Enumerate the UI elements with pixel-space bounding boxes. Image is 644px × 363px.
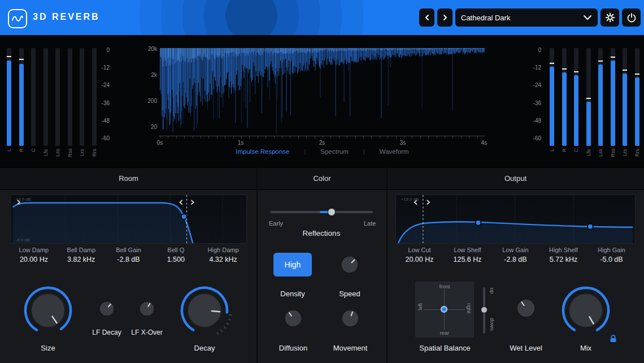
- power-button[interactable]: [622, 8, 641, 27]
- channel-label: Lfe: [586, 149, 593, 169]
- output-eq-display[interactable]: +18.0 dB: [395, 195, 636, 244]
- param-low-cut[interactable]: Low Cut 20.00 Hz: [395, 247, 443, 263]
- wet-level-knob[interactable]: [512, 295, 539, 322]
- mix-knob[interactable]: [559, 283, 613, 338]
- eq-control-point[interactable]: [181, 214, 187, 219]
- header-controls: Cathedral Dark: [419, 8, 641, 27]
- diffusion-knob[interactable]: [281, 306, 306, 331]
- left-label: left: [417, 303, 423, 310]
- eq-max-db-label: +18.0 dB: [401, 197, 419, 202]
- room-eq-display[interactable]: +9.0 dB -9.0 dB: [10, 195, 247, 244]
- diffusion-label: Diffusion: [266, 344, 320, 352]
- spatial-balance-handle[interactable]: [441, 306, 447, 313]
- band-next-icon[interactable]: [191, 200, 193, 205]
- lf-decay-knob[interactable]: [97, 299, 117, 319]
- density-label: Density: [266, 289, 320, 298]
- param-low-damp[interactable]: Low Damp 20.00 Hz: [10, 247, 58, 263]
- param-bell-q[interactable]: Bell Q 1.500: [152, 247, 199, 263]
- tab-impulse-response[interactable]: Impulse Response: [236, 148, 289, 155]
- reflections-slider[interactable]: [270, 211, 373, 213]
- preset-selector[interactable]: Cathedral Dark: [455, 8, 598, 27]
- eq-control-point[interactable]: [476, 220, 481, 226]
- output-params: Low Cut 20.00 Hz Low Shelf 125.6 Hz Low …: [395, 247, 636, 263]
- visualizer-tabs: Impulse Response | Spectrum | Waveform: [160, 148, 485, 155]
- param-bell-gain[interactable]: Bell Gain -2.8 dB: [105, 247, 153, 263]
- reflections-slider-handle[interactable]: [328, 208, 336, 216]
- tab-divider: |: [363, 148, 365, 155]
- size-knob[interactable]: [21, 283, 75, 338]
- channel-label: Lss: [598, 149, 604, 169]
- meter-Rss: [611, 48, 615, 146]
- preset-prev-button[interactable]: [419, 8, 434, 27]
- gear-icon: [605, 12, 615, 23]
- preset-next-button[interactable]: [437, 8, 452, 27]
- room-section-title: Room: [0, 168, 257, 189]
- wet-level-label: Wet Level: [499, 344, 553, 352]
- channel-label: R: [562, 149, 568, 169]
- reflections-label: Reflections: [276, 229, 367, 237]
- db-scale-value: 0: [106, 47, 110, 53]
- down-label: down: [489, 318, 495, 331]
- settings-button[interactable]: [601, 8, 619, 27]
- channel-label: Lrs: [622, 149, 629, 169]
- panel-divider: [256, 167, 258, 363]
- waveform-logo-icon: [11, 14, 24, 24]
- movement-knob[interactable]: [338, 306, 363, 331]
- channel-label: L: [549, 149, 556, 169]
- eq-control-point[interactable]: [588, 224, 593, 230]
- lf-xover-knob[interactable]: [137, 299, 157, 319]
- db-scale-value: -24: [533, 82, 541, 88]
- param-low-shelf[interactable]: Low Shelf 125.6 Hz: [443, 247, 491, 263]
- db-scale-value: -12: [533, 64, 541, 71]
- channel-label: Rss: [67, 149, 74, 169]
- meter-Lss: [598, 48, 603, 146]
- mix-lock-icon[interactable]: [609, 334, 617, 343]
- meter-Lfe: [586, 48, 591, 146]
- speed-label: Speed: [323, 289, 377, 298]
- freq-tick-label: 20k: [148, 46, 157, 52]
- front-label: front: [415, 283, 474, 289]
- time-tick-label: 0s: [151, 140, 168, 146]
- size-knob-label: Size: [21, 344, 75, 352]
- tab-waveform[interactable]: Waveform: [380, 148, 409, 155]
- spatial-balance-pad[interactable]: front rear left right: [415, 282, 474, 338]
- time-tick-label: 4s: [476, 140, 493, 146]
- impulse-response-display: [160, 48, 485, 135]
- height-slider-handle[interactable]: [481, 306, 488, 313]
- db-scale-value: -36: [533, 100, 541, 106]
- frequency-axis: 20k2k20020: [139, 35, 157, 137]
- tab-spectrum[interactable]: Spectrum: [321, 148, 349, 155]
- app-logo: [8, 9, 27, 28]
- meter-Rrs: [92, 48, 97, 146]
- freq-tick-label: 2k: [151, 72, 157, 78]
- chevron-left-icon: [424, 14, 430, 21]
- movement-label: Movement: [323, 344, 377, 352]
- density-mode-button[interactable]: High: [273, 253, 312, 276]
- time-tick-label: 2s: [314, 140, 330, 146]
- rear-label: rear: [415, 330, 474, 336]
- power-icon: [626, 12, 637, 23]
- channel-label: Rrs: [92, 149, 98, 169]
- panel-divider: [386, 167, 388, 363]
- param-high-damp[interactable]: High Damp 4.32 kHz: [199, 247, 247, 263]
- meter-Lrs: [80, 48, 84, 146]
- time-tick-label: 1s: [232, 140, 249, 146]
- output-section-title: Output: [387, 168, 644, 189]
- channel-label: Lrs: [79, 149, 86, 169]
- param-bell-damp[interactable]: Bell Damp 3.82 kHz: [58, 247, 105, 263]
- channel-label: Rrs: [634, 149, 641, 169]
- speed-knob[interactable]: [337, 252, 362, 277]
- section-title-strip: Room Color Output: [0, 167, 644, 190]
- param-high-gain[interactable]: High Gain -5.0 dB: [588, 247, 636, 263]
- param-high-shelf[interactable]: High Shelf 5.72 kHz: [539, 247, 588, 263]
- band-next-icon[interactable]: [427, 200, 429, 205]
- meter-Rss: [68, 48, 72, 146]
- meter-Lss: [55, 48, 60, 146]
- param-low-gain[interactable]: Low Gain -2.8 dB: [491, 247, 539, 263]
- band-prev-icon[interactable]: [180, 200, 182, 205]
- app-title: 3D REVERB: [33, 12, 100, 22]
- meter-L: [550, 48, 554, 146]
- mix-knob-label: Mix: [559, 344, 613, 352]
- decay-knob[interactable]: [175, 281, 234, 340]
- meter-R: [562, 48, 567, 146]
